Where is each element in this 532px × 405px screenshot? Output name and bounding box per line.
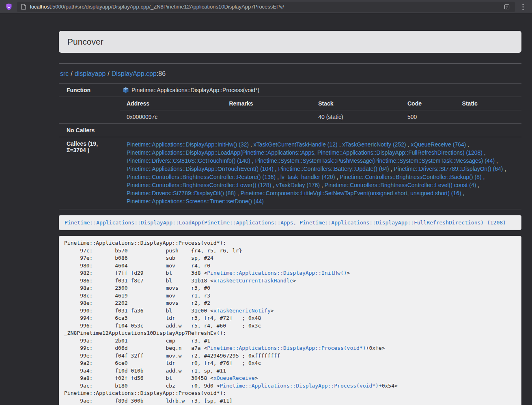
symbol-table: Function Pinetime::Applications::Display… [59,83,521,209]
function-label: Function [59,84,120,97]
callees-list: Pinetime::Applications::DisplayApp::Init… [120,137,521,209]
callee-link[interactable]: Pinetime::Drivers::St7789::DisplayOff() … [127,190,236,196]
callee-link[interactable]: xTaskGenericNotify (252) [342,141,406,148]
callee-separator: , [389,166,394,172]
stats-header-static: Static [455,97,521,110]
stats-value-row: 0x0000097c 40 (static) 500 [120,110,521,124]
callee-link[interactable]: Pinetime::Controllers::BrightnessControl… [127,182,271,188]
callee-separator: , [476,182,479,188]
divider [59,63,521,64]
callee-separator: , [249,141,254,148]
callee-separator: , [406,141,411,148]
callee-link[interactable]: Pinetime::Components::LittleVgl::SetNewT… [241,190,461,196]
disassembly-code: Pinetime::Applications::DisplayApp::Proc… [59,236,521,405]
callee-separator: , [461,190,465,196]
callee-link[interactable]: Pinetime::Controllers::BrightnessControl… [340,174,481,180]
stats-header-address: Address [120,97,222,110]
callee-link[interactable]: Pinetime::Controllers::BrightnessControl… [127,174,276,180]
callee-separator: , [320,182,325,188]
kebab-menu-icon[interactable] [518,2,528,12]
stats-header-stack: Stack [311,97,401,110]
code-symbol-link[interactable]: xTaskGetCurrentTaskHandle [213,278,293,284]
callee-link[interactable]: Pinetime::Applications::DisplayApp::OnTo… [127,166,274,172]
stats-row: Address Remarks Stack Code Static 0x0000… [59,97,521,124]
stats-header-code: Code [401,97,455,110]
callee-link[interactable]: xTaskGetCurrentTaskHandle (12) [254,141,338,148]
stats-value-code: 500 [401,110,455,124]
callee-link[interactable]: Pinetime::System::SystemTask::PushMessag… [255,157,495,164]
callee-link[interactable]: Pinetime::Controllers::Battery::Update()… [278,166,389,172]
url-bar[interactable]: localhost:5000/path/src/displayapp/Displ… [17,2,515,12]
breadcrumb-link-src[interactable]: src [60,70,69,77]
callee-link[interactable]: Pinetime::Applications::Screens::Timer::… [127,198,264,205]
callee-separator: , [250,157,255,164]
stats-value-remarks [222,110,311,124]
callee-separator: , [276,174,280,180]
callee-separator: , [274,166,278,172]
stats-row-label [59,97,120,124]
callee-separator: , [338,141,342,148]
symbol-cube-icon [123,87,129,93]
url-text: localhost:5000/path/src/displayapp/Displ… [30,4,284,10]
page-title: Puncover [67,37,103,46]
breadcrumb-link-displayapp[interactable]: displayapp [75,70,106,77]
page-title-panel: Puncover [59,31,521,53]
breadcrumb-separator: / [69,70,74,77]
breadcrumb-link-file[interactable]: DisplayApp.cpp [112,70,157,77]
callee-link[interactable]: Pinetime::Applications::DisplayApp::Init… [127,141,249,148]
callee-link[interactable]: xQueueReceive (764) [411,141,466,148]
code-symbol-link[interactable]: Pinetime::Applications::DisplayApp::Proc… [220,383,379,389]
callee-separator: , [466,141,469,148]
code-symbol-link[interactable]: Pinetime::Applications::DisplayApp::Init… [207,270,347,276]
stats-value-stack: 40 (static) [311,110,401,124]
callee-separator: , [503,166,506,172]
url-path: :5000/path/src/displayapp/DisplayApp.cpp… [51,4,284,10]
stats-value-address: 0x0000097c [120,110,222,124]
callee-link[interactable]: Pinetime::Drivers::Cst816S::GetTouchInfo… [127,157,250,164]
callee-separator: , [482,149,486,156]
line-number: :86 [157,70,166,77]
content-area: Puncover src/displayapp/DisplayApp.cpp:8… [59,31,521,405]
callee-link[interactable]: Pinetime::Controllers::BrightnessControl… [325,182,476,188]
callee-separator: , [482,174,485,180]
page-icon[interactable] [20,4,27,10]
url-host: localhost [30,4,51,10]
browser-toolbar: localhost:5000/path/src/displayapp/Displ… [0,0,532,14]
callee-separator: , [236,190,241,196]
highlighted-symbol-link[interactable]: Pinetime::Applications::DisplayApp::Load… [65,220,506,226]
stats-table: Address Remarks Stack Code Static 0x0000… [120,97,521,123]
stats-header-row: Address Remarks Stack Code Static [120,97,521,110]
no-callers-row: No Callers [59,124,521,137]
callee-link[interactable]: vTaskDelay (176) [276,182,320,188]
reader-view-icon[interactable] [502,2,512,12]
callee-separator: , [335,174,340,180]
callee-separator: , [495,157,498,164]
callee-separator: , [271,182,276,188]
breadcrumb-separator: / [106,70,111,77]
private-browsing-shield-icon[interactable] [4,2,14,12]
highlighted-symbol-panel: Pinetime::Applications::DisplayApp::Load… [59,215,521,230]
code-symbol-link[interactable]: xTaskGenericNotify [213,308,271,314]
callee-link[interactable]: lv_task_handler (420) [280,174,335,180]
code-symbol-link[interactable]: xQueueReceive [213,375,255,381]
callee-link[interactable]: Pinetime::Applications::DisplayApp::Load… [127,149,482,156]
callees-row: Callees (19, Σ=3704 ) Pinetime::Applicat… [59,137,521,209]
callee-link[interactable]: Pinetime::Drivers::St7789::DisplayOn() (… [394,166,503,172]
callees-label: Callees (19, Σ=3704 ) [59,137,120,209]
function-row: Function Pinetime::Applications::Display… [59,84,521,97]
breadcrumb: src/displayapp/DisplayApp.cpp:86 [59,70,521,78]
no-callers-label: No Callers [59,124,120,137]
stats-value-static [455,110,521,124]
function-name: Pinetime::Applications::DisplayApp::Proc… [131,87,259,93]
stats-header-remarks: Remarks [222,97,311,110]
code-symbol-link[interactable]: Pinetime::Applications::DisplayApp::Proc… [207,345,366,351]
